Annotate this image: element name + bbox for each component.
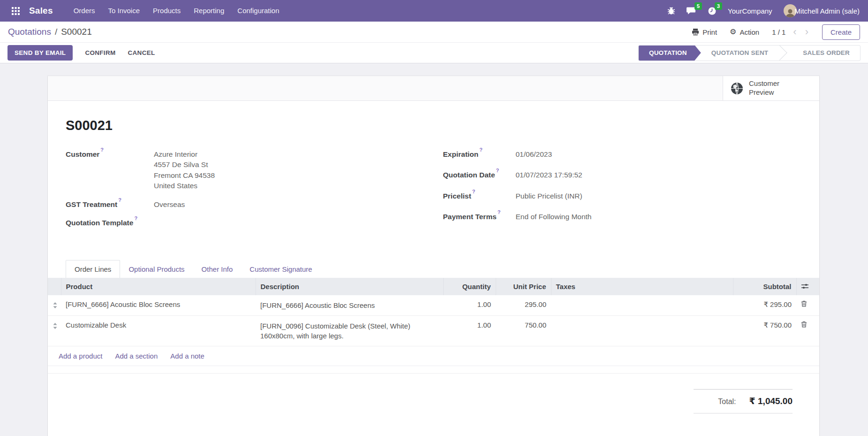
stage-separator-chevron-icon bbox=[778, 45, 793, 61]
help-icon: ? bbox=[472, 189, 476, 194]
tab-order-lines[interactable]: Order Lines bbox=[66, 260, 120, 278]
pricelist-label: Pricelist? bbox=[443, 191, 516, 201]
help-icon: ? bbox=[479, 147, 483, 153]
breadcrumb: Quotations / S00021 bbox=[8, 27, 92, 37]
table-footer-strip bbox=[48, 366, 819, 374]
trash-icon bbox=[801, 300, 807, 308]
menu-to-invoice[interactable]: To Invoice bbox=[102, 0, 147, 22]
quotation-date-value[interactable]: 01/07/2023 17:59:52 bbox=[516, 170, 802, 180]
field-gst-treatment: GST Treatment? Overseas bbox=[66, 199, 424, 210]
drag-handle-icon[interactable] bbox=[48, 315, 61, 346]
activities-badge: 3 bbox=[715, 2, 722, 10]
customer-label: Customer? bbox=[66, 149, 154, 191]
delete-line-button[interactable] bbox=[796, 315, 819, 346]
menu-configuration[interactable]: Configuration bbox=[231, 0, 286, 22]
print-button[interactable]: Print bbox=[692, 28, 717, 36]
smart-button-box: Customer Preview bbox=[48, 76, 819, 101]
expiration-label: Expiration? bbox=[443, 149, 516, 160]
cancel-button[interactable]: CANCEL bbox=[128, 49, 155, 56]
taxes-cell[interactable] bbox=[551, 315, 733, 346]
confirm-button[interactable]: CONFIRM bbox=[85, 49, 115, 56]
unit-price-cell[interactable]: 750.00 bbox=[496, 315, 551, 346]
order-line-row[interactable]: Customizable Desk [FURN_0096] Customizab… bbox=[48, 315, 819, 346]
drag-handle-icon[interactable] bbox=[48, 295, 61, 316]
help-icon: ? bbox=[100, 147, 104, 153]
send-by-email-button[interactable]: SEND BY EMAIL bbox=[8, 45, 73, 61]
stage-quotation[interactable]: QUOTATION bbox=[639, 45, 701, 61]
unit-price-column-header: Unit Price bbox=[496, 278, 551, 295]
pager-next-icon[interactable]: › bbox=[804, 27, 809, 37]
description-cell[interactable]: [FURN_6666] Acoustic Bloc Screens bbox=[256, 295, 443, 316]
help-icon: ? bbox=[498, 209, 501, 215]
payment-terms-value[interactable]: End of Following Month bbox=[516, 212, 802, 222]
pager-previous-icon[interactable]: ‹ bbox=[792, 27, 797, 37]
stage-quotation-sent[interactable]: QUOTATION SENT bbox=[701, 45, 779, 61]
activities-button[interactable]: 3 bbox=[708, 7, 717, 15]
quotation-title[interactable]: S00021 bbox=[66, 118, 801, 133]
breadcrumb-current: S00021 bbox=[61, 27, 92, 37]
field-expiration: Expiration? 01/06/2023 bbox=[443, 149, 802, 160]
order-line-row[interactable]: [FURN_6666] Acoustic Bloc Screens [FURN_… bbox=[48, 295, 819, 316]
product-cell[interactable]: Customizable Desk bbox=[61, 315, 256, 346]
customer-preview-button[interactable]: Customer Preview bbox=[723, 76, 819, 100]
add-line-row: Add a product Add a section Add a note bbox=[48, 346, 819, 366]
pricelist-value[interactable]: Public Pricelist (INR) bbox=[516, 191, 802, 201]
menu-products[interactable]: Products bbox=[146, 0, 187, 22]
product-cell[interactable]: [FURN_6666] Acoustic Bloc Screens bbox=[61, 295, 256, 316]
form-statusbar: SEND BY EMAIL CONFIRM CANCEL QUOTATION Q… bbox=[0, 42, 868, 63]
expiration-value[interactable]: 01/06/2023 bbox=[516, 149, 802, 160]
tab-customer-signature[interactable]: Customer Signature bbox=[241, 260, 320, 278]
app-name[interactable]: Sales bbox=[29, 6, 53, 16]
action-button[interactable]: ⚙ Action bbox=[730, 28, 759, 36]
taxes-cell[interactable] bbox=[551, 295, 733, 316]
unit-price-cell[interactable]: 295.00 bbox=[496, 295, 551, 316]
company-switcher[interactable]: YourCompany bbox=[728, 7, 772, 15]
pager-count: 1 / 1 bbox=[772, 28, 785, 36]
control-panel: Quotations / S00021 Print ⚙ Action 1 / 1… bbox=[0, 22, 868, 42]
add-a-note-link[interactable]: Add a note bbox=[170, 352, 204, 360]
add-a-section-link[interactable]: Add a section bbox=[115, 352, 158, 360]
breadcrumb-separator: / bbox=[55, 27, 57, 37]
action-label: Action bbox=[740, 28, 759, 36]
customer-name[interactable]: Azure Interior bbox=[154, 149, 424, 160]
messages-button[interactable]: 5 bbox=[687, 7, 696, 15]
menu-orders[interactable]: Orders bbox=[67, 0, 102, 22]
quotation-date-label: Quotation Date? bbox=[443, 170, 516, 180]
create-button[interactable]: Create bbox=[822, 24, 860, 40]
quantity-column-header: Quantity bbox=[443, 278, 496, 295]
customer-value[interactable]: Azure Interior 4557 De Silva St Fremont … bbox=[154, 149, 424, 191]
stage-sales-order[interactable]: SALES ORDER bbox=[793, 45, 860, 61]
notebook-tabs: Order Lines Optional Products Other Info… bbox=[66, 260, 801, 278]
field-grid: Customer? Azure Interior 4557 De Silva S… bbox=[66, 149, 801, 236]
handle-column-header bbox=[48, 278, 61, 295]
delete-line-button[interactable] bbox=[796, 295, 819, 316]
optional-columns-button[interactable] bbox=[796, 278, 819, 295]
breadcrumb-quotations[interactable]: Quotations bbox=[8, 27, 51, 37]
subtotal-cell: ₹ 750.00 bbox=[733, 315, 796, 346]
apps-menu-button[interactable] bbox=[8, 4, 23, 18]
field-customer: Customer? Azure Interior 4557 De Silva S… bbox=[66, 149, 424, 191]
sliders-icon bbox=[801, 283, 815, 290]
tab-other-info[interactable]: Other Info bbox=[193, 260, 242, 278]
quantity-cell[interactable]: 1.00 bbox=[443, 315, 496, 346]
totals-section: Total: ₹ 1,045.00 bbox=[66, 389, 801, 413]
help-icon: ? bbox=[134, 215, 137, 221]
printer-icon bbox=[692, 28, 699, 36]
field-payment-terms: Payment Terms? End of Following Month bbox=[443, 212, 802, 222]
tab-optional-products[interactable]: Optional Products bbox=[120, 260, 193, 278]
customer-address: 4557 De Silva St Fremont CA 94538 United… bbox=[154, 160, 424, 191]
user-menu[interactable]: Mitchell Admin (sale) bbox=[784, 4, 860, 17]
payment-terms-label: Payment Terms? bbox=[443, 212, 516, 222]
description-cell[interactable]: [FURN_0096] Customizable Desk (Steel, Wh… bbox=[256, 315, 443, 346]
quotation-template-value[interactable] bbox=[154, 218, 424, 227]
bug-icon bbox=[667, 7, 675, 15]
total-label: Total: bbox=[718, 398, 736, 406]
table-header-row: Product Description Quantity Unit Price … bbox=[48, 278, 819, 295]
field-quotation-date: Quotation Date? 01/07/2023 17:59:52 bbox=[443, 170, 802, 180]
menu-reporting[interactable]: Reporting bbox=[187, 0, 231, 22]
gst-treatment-value[interactable]: Overseas bbox=[154, 199, 424, 210]
quantity-cell[interactable]: 1.00 bbox=[443, 295, 496, 316]
add-a-product-link[interactable]: Add a product bbox=[59, 352, 102, 360]
trash-icon bbox=[801, 321, 807, 329]
debug-bug-button[interactable] bbox=[667, 7, 675, 15]
